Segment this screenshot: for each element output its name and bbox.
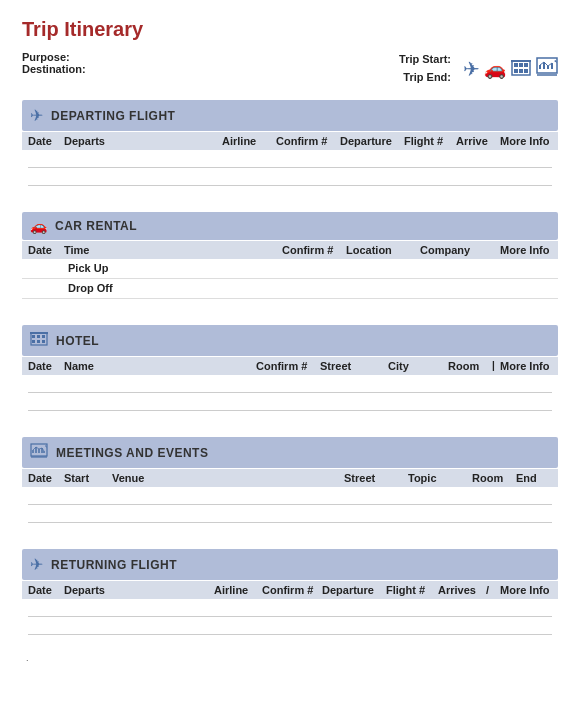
col-time: Time <box>64 244 282 256</box>
pickup-row: Pick Up <box>22 259 558 279</box>
col-date: Date <box>28 584 64 596</box>
col-more-info: More Info <box>500 244 552 256</box>
svg-rect-19 <box>32 340 35 343</box>
svg-rect-5 <box>519 69 523 73</box>
hotel-row-1 <box>28 375 552 393</box>
col-venue: Venue <box>112 472 344 484</box>
hotel-title: HOTEL <box>56 334 99 348</box>
top-right: Trip Start: Trip End: ✈ 🚗 <box>399 51 558 86</box>
svg-rect-20 <box>37 340 40 343</box>
col-confirm: Confirm # <box>282 244 346 256</box>
plane-icon: ✈ <box>463 59 480 79</box>
col-arrives: Arrives <box>438 584 486 596</box>
svg-rect-15 <box>31 333 47 345</box>
trip-end-label: Trip End: <box>399 69 451 87</box>
meetings-icon <box>30 443 48 462</box>
col-topic: Topic <box>408 472 472 484</box>
col-departs: Departs <box>64 584 214 596</box>
meetings-header: MEETINGS AND EVENTS <box>22 437 558 468</box>
car-rental-header: 🚗 CAR RENTAL <box>22 212 558 240</box>
departing-flight-columns: Date Departs Airline Confirm # Departure… <box>22 132 558 150</box>
col-dot: | <box>492 360 500 372</box>
car-rental-columns: Date Time Confirm # Location Company Mor… <box>22 241 558 259</box>
hotel-header: HOTEL <box>22 325 558 356</box>
col-flight: Flight # <box>386 584 438 596</box>
top-info: Purpose: Destination: Trip Start: Trip E… <box>22 51 558 86</box>
chart-icon <box>536 57 558 80</box>
col-name: Name <box>64 360 256 372</box>
col-room: Room <box>448 360 492 372</box>
col-departs: Departs <box>64 135 222 147</box>
col-more-info: More Info <box>500 584 552 596</box>
svg-rect-17 <box>37 335 40 338</box>
col-room: Room <box>472 472 516 484</box>
trip-start-label: Trip Start: <box>399 51 451 69</box>
hotel-icon <box>510 57 532 80</box>
svg-rect-4 <box>514 69 518 73</box>
car-icon: 🚗 <box>484 60 506 78</box>
pickup-label: Pick Up <box>68 262 108 275</box>
svg-rect-2 <box>519 63 523 67</box>
destination-label: Destination: <box>22 63 86 75</box>
col-company: Company <box>420 244 500 256</box>
col-date: Date <box>28 135 64 147</box>
car-rental-title: CAR RENTAL <box>55 219 137 233</box>
returning-flight-title: RETURNING FLIGHT <box>51 558 177 572</box>
dropoff-label: Drop Off <box>68 282 113 295</box>
col-airline: Airline <box>214 584 262 596</box>
svg-rect-3 <box>524 63 528 67</box>
returning-row-1 <box>28 599 552 617</box>
returning-flight-columns: Date Departs Airline Confirm # Departure… <box>22 581 558 599</box>
svg-rect-16 <box>32 335 35 338</box>
svg-rect-6 <box>524 69 528 73</box>
meetings-row-2 <box>28 505 552 523</box>
svg-rect-18 <box>42 335 45 338</box>
returning-flight-section: ✈ RETURNING FLIGHT Date Departs Airline … <box>22 549 558 635</box>
departing-flight-header: ✈ DEPARTING FLIGHT <box>22 100 558 131</box>
col-slash: / <box>486 584 500 596</box>
hotel-section: HOTEL Date Name Confirm # Street City Ro… <box>22 325 558 419</box>
col-airline: Airline <box>222 135 276 147</box>
col-end: End <box>516 472 552 484</box>
col-more-info: More Info <box>500 360 552 372</box>
trip-icons: ✈ 🚗 <box>463 57 558 80</box>
col-arrive: Arrive <box>456 135 500 147</box>
col-city: City <box>388 360 448 372</box>
col-confirm: Confirm # <box>262 584 322 596</box>
col-confirm: Confirm # <box>276 135 340 147</box>
svg-rect-21 <box>42 340 45 343</box>
col-location: Location <box>346 244 420 256</box>
meetings-row-1 <box>28 487 552 505</box>
footer-dot: . <box>26 653 558 663</box>
col-more-info: More Info <box>500 135 552 147</box>
departing-plane-icon: ✈ <box>30 106 43 125</box>
svg-rect-22 <box>30 332 48 334</box>
col-date: Date <box>28 472 64 484</box>
car-rental-icon: 🚗 <box>30 218 47 234</box>
hotel-section-icon <box>30 331 48 350</box>
departing-row-1 <box>28 150 552 168</box>
trip-dates: Trip Start: Trip End: <box>399 51 451 86</box>
col-street: Street <box>344 472 408 484</box>
svg-rect-7 <box>511 60 531 62</box>
purpose-label: Purpose: <box>22 51 70 63</box>
col-confirm: Confirm # <box>256 360 320 372</box>
hotel-columns: Date Name Confirm # Street City Room | M… <box>22 357 558 375</box>
col-date: Date <box>28 360 64 372</box>
col-departure: Departure <box>322 584 386 596</box>
hotel-row-2 <box>28 393 552 411</box>
meetings-title: MEETINGS AND EVENTS <box>56 446 208 460</box>
col-start: Start <box>64 472 112 484</box>
departing-flight-title: DEPARTING FLIGHT <box>51 109 175 123</box>
col-street: Street <box>320 360 388 372</box>
returning-flight-header: ✈ RETURNING FLIGHT <box>22 549 558 580</box>
departing-row-2 <box>28 168 552 186</box>
meetings-section: MEETINGS AND EVENTS Date Start Venue Str… <box>22 437 558 531</box>
top-left: Purpose: Destination: <box>22 51 86 75</box>
departing-flight-section: ✈ DEPARTING FLIGHT Date Departs Airline … <box>22 100 558 194</box>
car-rental-section: 🚗 CAR RENTAL Date Time Confirm # Locatio… <box>22 212 558 307</box>
returning-row-2 <box>28 617 552 635</box>
meetings-columns: Date Start Venue Street Topic Room End <box>22 469 558 487</box>
svg-rect-1 <box>514 63 518 67</box>
col-date: Date <box>28 244 64 256</box>
